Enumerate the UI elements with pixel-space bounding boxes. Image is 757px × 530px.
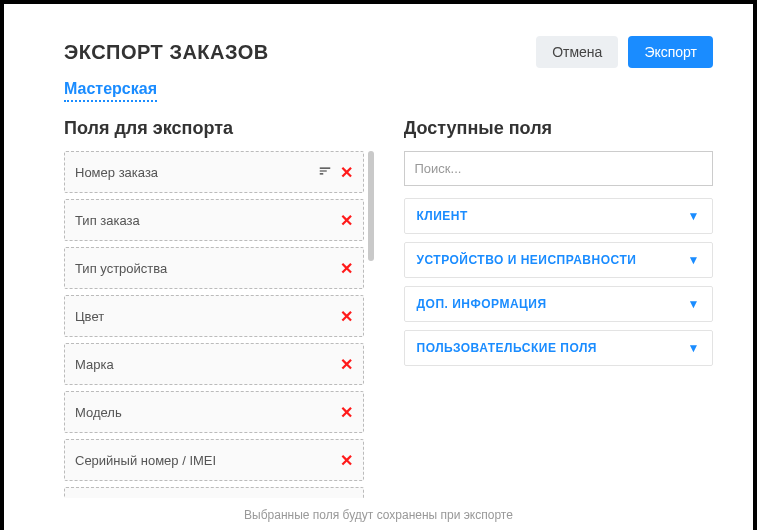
remove-icon[interactable]: ✕ (340, 211, 353, 230)
header: ЭКСПОРТ ЗАКАЗОВ Отмена Экспорт (64, 36, 713, 68)
list-item[interactable]: Номер заказа ✕ (64, 151, 364, 193)
search-input[interactable] (404, 151, 714, 186)
group-label: УСТРОЙСТВО И НЕИСПРАВНОСТИ (417, 253, 637, 267)
available-fields-title: Доступные поля (404, 118, 714, 139)
chevron-down-icon: ▼ (688, 209, 700, 223)
field-label: Номер заказа (75, 165, 318, 180)
group-list: КЛИЕНТ ▼ УСТРОЙСТВО И НЕИСПРАВНОСТИ ▼ ДО… (404, 198, 714, 366)
field-label: Тип устройства (75, 261, 340, 276)
field-label: Цвет (75, 309, 340, 324)
list-item[interactable]: Модель ✕ (64, 391, 364, 433)
group-label: ДОП. ИНФОРМАЦИЯ (417, 297, 547, 311)
chevron-down-icon: ▼ (688, 341, 700, 355)
selected-fields-wrap: Номер заказа ✕ Тип заказа ✕ Тип устройст… (64, 151, 374, 498)
columns: Поля для экспорта Номер заказа ✕ Тип зак… (64, 118, 713, 498)
chevron-down-icon: ▼ (688, 253, 700, 267)
group-label: ПОЛЬЗОВАТЕЛЬСКИЕ ПОЛЯ (417, 341, 597, 355)
selected-fields-list: Номер заказа ✕ Тип заказа ✕ Тип устройст… (64, 151, 364, 498)
header-buttons: Отмена Экспорт (536, 36, 713, 68)
group-custom[interactable]: ПОЛЬЗОВАТЕЛЬСКИЕ ПОЛЯ ▼ (404, 330, 714, 366)
scrollbar-track[interactable] (368, 151, 374, 498)
remove-icon[interactable]: ✕ (340, 403, 353, 422)
export-button[interactable]: Экспорт (628, 36, 713, 68)
page-title: ЭКСПОРТ ЗАКАЗОВ (64, 41, 269, 64)
field-label: Тип заказа (75, 213, 340, 228)
list-item[interactable]: Тип устройства ✕ (64, 247, 364, 289)
list-item[interactable]: Марка ✕ (64, 343, 364, 385)
group-additional[interactable]: ДОП. ИНФОРМАЦИЯ ▼ (404, 286, 714, 322)
scrollbar-thumb[interactable] (368, 151, 374, 261)
remove-icon[interactable]: ✕ (340, 451, 353, 470)
cancel-button[interactable]: Отмена (536, 36, 618, 68)
list-item[interactable]: Дата создания ✕ (64, 487, 364, 498)
selected-fields-column: Поля для экспорта Номер заказа ✕ Тип зак… (64, 118, 374, 498)
remove-icon[interactable]: ✕ (340, 259, 353, 278)
list-item[interactable]: Цвет ✕ (64, 295, 364, 337)
sort-icon[interactable] (318, 164, 332, 181)
remove-icon[interactable]: ✕ (340, 163, 353, 182)
remove-icon[interactable]: ✕ (340, 307, 353, 326)
field-label: Модель (75, 405, 340, 420)
footer-note: Выбранные поля будут сохранены при экспо… (14, 498, 743, 528)
group-device[interactable]: УСТРОЙСТВО И НЕИСПРАВНОСТИ ▼ (404, 242, 714, 278)
group-client[interactable]: КЛИЕНТ ▼ (404, 198, 714, 234)
list-item[interactable]: Тип заказа ✕ (64, 199, 364, 241)
dialog-inner: ЭКСПОРТ ЗАКАЗОВ Отмена Экспорт Мастерска… (14, 26, 743, 498)
available-fields-column: Доступные поля КЛИЕНТ ▼ УСТРОЙСТВО И НЕИ… (404, 118, 714, 498)
export-dialog: ЭКСПОРТ ЗАКАЗОВ Отмена Экспорт Мастерска… (4, 4, 753, 530)
remove-icon[interactable]: ✕ (340, 355, 353, 374)
group-label: КЛИЕНТ (417, 209, 468, 223)
field-label: Серийный номер / IMEI (75, 453, 340, 468)
workshop-link[interactable]: Мастерская (64, 80, 157, 102)
field-label: Марка (75, 357, 340, 372)
chevron-down-icon: ▼ (688, 297, 700, 311)
list-item[interactable]: Серийный номер / IMEI ✕ (64, 439, 364, 481)
selected-fields-title: Поля для экспорта (64, 118, 374, 139)
